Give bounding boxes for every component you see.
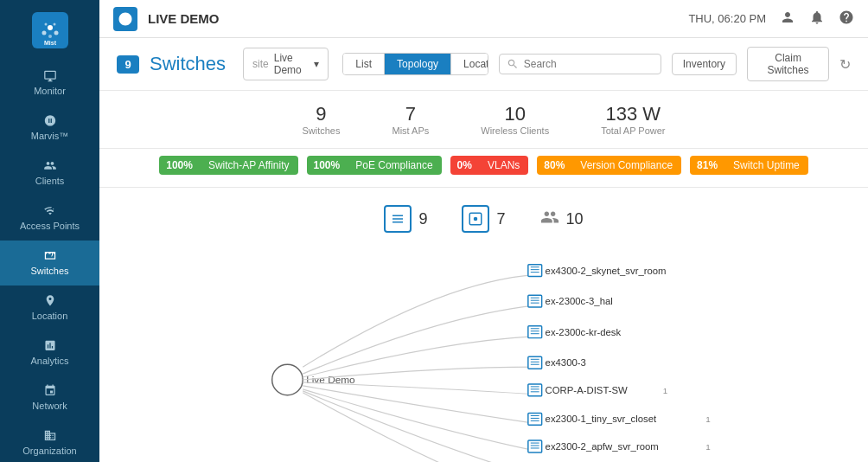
topo-client-count: 10 (540, 208, 584, 231)
analytics-icon (42, 339, 58, 352)
node-n4[interactable]: ex4300-3 (528, 356, 586, 369)
sidebar-item-monitor-label: Monitor (34, 86, 66, 97)
badge-switch-uptime-label: Switch Uptime (724, 156, 808, 175)
inventory-button[interactable]: Inventory (672, 53, 737, 75)
stat-mist-aps-value: 7 (392, 103, 429, 125)
node-n7-badge: 1 (705, 442, 710, 452)
line-n8 (303, 391, 535, 462)
sidebar-item-organization[interactable]: Organization (0, 420, 99, 462)
tab-location[interactable]: Location (451, 54, 488, 74)
badge-switch-uptime-pct: 81% (690, 156, 724, 175)
node-n2-label: ex-2300c-3_hal (546, 296, 613, 306)
line-n1 (303, 275, 535, 368)
sidebar-item-switches[interactable]: Switches (0, 241, 99, 286)
node-n5-badge: 1 (663, 386, 667, 395)
badge-poe-compliance[interactable]: 100% PoE Compliance (307, 156, 442, 175)
svg-rect-18 (528, 326, 542, 338)
sidebar-item-analytics[interactable]: Analytics (0, 330, 99, 375)
sidebar-item-org-label: Organization (22, 446, 76, 457)
line-n2 (303, 305, 535, 374)
sidebar-item-marvis[interactable]: Marvis™ (0, 106, 99, 151)
topbar-datetime: THU, 06:20 PM (688, 12, 766, 25)
tab-topology[interactable]: Topology (385, 54, 451, 74)
site-selector-name: Live Demo (274, 52, 311, 76)
topo-client-num: 10 (566, 210, 584, 228)
badge-vlans-pct: 0% (450, 156, 479, 175)
site-selector-prefix: site (252, 58, 269, 70)
svg-point-5 (44, 23, 47, 26)
ap-icon (42, 204, 58, 217)
page-badge: 9 (117, 55, 139, 74)
svg-text:Mist: Mist (44, 40, 57, 46)
topo-ap-num: 7 (496, 210, 505, 228)
tab-list[interactable]: List (343, 54, 385, 74)
badge-switch-ap-affinity-pct: 100% (159, 156, 200, 175)
org-icon (42, 429, 58, 442)
stats-bar: 9 Switches 7 Mist APs 10 Wireless Client… (99, 91, 868, 149)
sidebar-item-network[interactable]: Network (0, 375, 99, 420)
sidebar-item-access-points[interactable]: Access Points (0, 196, 99, 241)
sidebar-item-clients[interactable]: Clients (0, 151, 99, 196)
badge-poe-compliance-pct: 100% (307, 156, 348, 175)
node-n7-label: ex2300-2_apfw_svr_room (546, 441, 659, 452)
node-n3[interactable]: ex-2300c-kr-desk (528, 326, 622, 338)
topo-ap-icon (462, 205, 489, 233)
badge-version-compliance[interactable]: 80% Version Compliance (537, 156, 681, 175)
svg-point-9 (474, 217, 478, 221)
claim-switches-button[interactable]: Claim Switches (747, 47, 829, 81)
sidebar-item-monitor[interactable]: Monitor (0, 61, 99, 106)
user-icon[interactable] (780, 10, 795, 28)
topbar-logo (113, 7, 137, 31)
search-wrap (499, 54, 661, 74)
stat-mist-aps: 7 Mist APs (392, 103, 429, 136)
page-title: Switches (150, 53, 226, 75)
sidebar-item-location[interactable]: Location (0, 286, 99, 330)
bell-icon[interactable] (809, 10, 825, 28)
site-selector[interactable]: site Live Demo ▾ (243, 48, 329, 80)
sidebar-item-analytics-label: Analytics (30, 356, 68, 367)
badge-switch-uptime[interactable]: 81% Switch Uptime (690, 156, 808, 175)
refresh-button[interactable]: ↻ (839, 56, 851, 73)
node-n7[interactable]: ex2300-2_apfw_svr_room 1 (528, 440, 711, 452)
mist-logo-icon: Mist (32, 12, 68, 48)
badge-switch-ap-affinity[interactable]: 100% Switch-AP Affinity (159, 156, 297, 175)
stat-switches: 9 Switches (302, 103, 340, 136)
view-tabs: List Topology Location (342, 53, 488, 75)
svg-rect-14 (528, 295, 542, 307)
node-n4-label: ex4300-3 (546, 357, 586, 368)
badges-row: 100% Switch-AP Affinity 100% PoE Complia… (99, 149, 868, 188)
badge-version-compliance-pct: 80% (537, 156, 571, 175)
sidebar-item-clients-label: Clients (35, 176, 65, 187)
sidebar-item-network-label: Network (32, 401, 67, 412)
sidebar-logo: Mist (0, 0, 99, 61)
badge-switch-ap-affinity-label: Switch-AP Affinity (200, 156, 298, 175)
node-n1-label: ex4300-2_skynet_svr_room (546, 266, 667, 276)
node-n6[interactable]: ex2300-1_tiny_svr_closet 1 (528, 414, 711, 426)
node-n6-label: ex2300-1_tiny_svr_closet (546, 414, 657, 424)
badge-vlans[interactable]: 0% VLANs (450, 156, 529, 175)
sidebar-item-location-label: Location (32, 311, 68, 322)
hub-node[interactable] (272, 364, 303, 395)
stat-ap-power-value: 133 W (601, 103, 665, 125)
svg-rect-10 (528, 265, 542, 277)
svg-rect-22 (528, 356, 542, 369)
stat-switches-value: 9 (302, 103, 340, 125)
topo-client-icon (540, 208, 559, 231)
topo-switch-icon (384, 205, 412, 233)
location-icon (42, 294, 58, 307)
node-n5[interactable]: CORP-A-DIST-SW 1 (528, 384, 667, 396)
node-n2[interactable]: ex-2300c-3_hal (528, 295, 613, 307)
node-n1[interactable]: ex4300-2_skynet_svr_room (528, 265, 667, 277)
search-input[interactable] (524, 58, 654, 70)
node-n3-label: ex-2300c-kr-desk (546, 327, 622, 337)
chevron-down-icon: ▾ (314, 58, 319, 70)
help-icon[interactable] (839, 10, 854, 28)
svg-point-3 (54, 31, 58, 35)
topo-switch-count: 9 (384, 205, 427, 233)
network-diagram: Live Demo ex4300-2_skynet_svr_room (117, 250, 851, 462)
node-n6-badge: 1 (705, 414, 710, 424)
network-icon (42, 384, 58, 397)
stat-ap-power-label: Total AP Power (601, 125, 665, 136)
svg-point-4 (48, 35, 52, 38)
topo-switch-num: 9 (418, 210, 427, 228)
